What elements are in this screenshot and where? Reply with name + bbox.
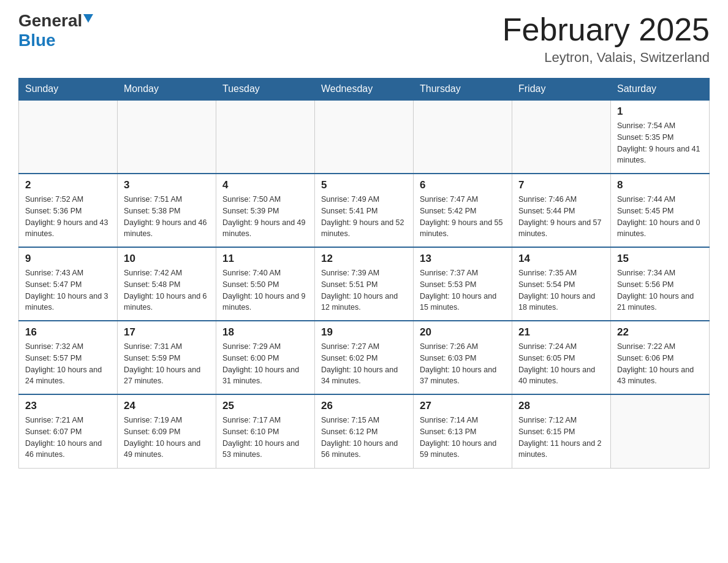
day-info: Sunrise: 7:46 AMSunset: 5:44 PMDaylight:… [518,194,604,240]
calendar-cell: 16Sunrise: 7:32 AMSunset: 5:57 PMDayligh… [19,321,118,394]
day-info: Sunrise: 7:15 AMSunset: 6:12 PMDaylight:… [321,415,407,461]
calendar-cell: 11Sunrise: 7:40 AMSunset: 5:50 PMDayligh… [216,247,315,321]
calendar-cell: 28Sunrise: 7:12 AMSunset: 6:15 PMDayligh… [512,394,611,468]
calendar-cell: 2Sunrise: 7:52 AMSunset: 5:36 PMDaylight… [19,174,118,247]
week-row-2: 2Sunrise: 7:52 AMSunset: 5:36 PMDaylight… [19,174,710,247]
weekday-header-thursday: Thursday [414,79,512,101]
logo-blue-text: Blue [18,31,56,50]
day-number: 18 [222,326,308,339]
calendar-cell: 25Sunrise: 7:17 AMSunset: 6:10 PMDayligh… [216,394,315,468]
page-header: General Blue February 2025 Leytron, Vala… [18,12,710,66]
day-number: 6 [420,179,506,191]
day-info: Sunrise: 7:32 AMSunset: 5:57 PMDaylight:… [25,341,111,387]
calendar-cell: 8Sunrise: 7:44 AMSunset: 5:45 PMDaylight… [611,174,710,247]
day-number: 27 [420,400,506,412]
day-number: 7 [518,179,604,191]
day-info: Sunrise: 7:54 AMSunset: 5:35 PMDaylight:… [617,120,703,166]
day-number: 15 [617,253,703,265]
day-info: Sunrise: 7:21 AMSunset: 6:07 PMDaylight:… [25,415,111,461]
day-info: Sunrise: 7:22 AMSunset: 6:06 PMDaylight:… [617,341,703,387]
week-row-4: 16Sunrise: 7:32 AMSunset: 5:57 PMDayligh… [19,321,710,394]
calendar-cell: 14Sunrise: 7:35 AMSunset: 5:54 PMDayligh… [512,247,611,321]
day-info: Sunrise: 7:37 AMSunset: 5:53 PMDaylight:… [420,267,506,313]
calendar-cell: 22Sunrise: 7:22 AMSunset: 6:06 PMDayligh… [611,321,710,394]
calendar-cell [414,100,512,174]
day-number: 14 [518,253,604,265]
calendar-cell: 21Sunrise: 7:24 AMSunset: 6:05 PMDayligh… [512,321,611,394]
day-info: Sunrise: 7:29 AMSunset: 6:00 PMDaylight:… [222,341,308,387]
calendar-cell: 5Sunrise: 7:49 AMSunset: 5:41 PMDaylight… [315,174,414,247]
day-number: 2 [25,179,111,191]
day-number: 22 [617,326,703,339]
day-number: 25 [222,400,308,412]
weekday-header-tuesday: Tuesday [216,79,315,101]
week-row-1: 1Sunrise: 7:54 AMSunset: 5:35 PMDaylight… [19,100,710,174]
calendar-cell: 13Sunrise: 7:37 AMSunset: 5:53 PMDayligh… [414,247,512,321]
day-number: 16 [25,326,111,339]
calendar-cell: 20Sunrise: 7:26 AMSunset: 6:03 PMDayligh… [414,321,512,394]
day-info: Sunrise: 7:19 AMSunset: 6:09 PMDaylight:… [124,415,210,461]
day-info: Sunrise: 7:17 AMSunset: 6:10 PMDaylight:… [222,415,308,461]
logo: General Blue [18,12,93,50]
day-number: 11 [222,253,308,265]
day-info: Sunrise: 7:39 AMSunset: 5:51 PMDaylight:… [321,267,407,313]
logo-general-text: General [18,12,82,29]
calendar-cell: 27Sunrise: 7:14 AMSunset: 6:13 PMDayligh… [414,394,512,468]
week-row-3: 9Sunrise: 7:43 AMSunset: 5:47 PMDaylight… [19,247,710,321]
day-info: Sunrise: 7:47 AMSunset: 5:42 PMDaylight:… [420,194,506,240]
calendar-cell: 7Sunrise: 7:46 AMSunset: 5:44 PMDaylight… [512,174,611,247]
calendar-cell [611,394,710,468]
logo-triangle-icon [83,14,93,23]
day-number: 1 [617,105,703,118]
day-number: 12 [321,253,407,265]
location-title: Leytron, Valais, Switzerland [502,50,710,66]
weekday-header-monday: Monday [118,79,216,101]
month-title: February 2025 [502,12,710,47]
day-info: Sunrise: 7:50 AMSunset: 5:39 PMDaylight:… [222,194,308,240]
calendar-cell: 6Sunrise: 7:47 AMSunset: 5:42 PMDaylight… [414,174,512,247]
title-block: February 2025 Leytron, Valais, Switzerla… [502,12,710,66]
day-info: Sunrise: 7:35 AMSunset: 5:54 PMDaylight:… [518,267,604,313]
weekday-header-row: SundayMondayTuesdayWednesdayThursdayFrid… [19,79,710,101]
day-info: Sunrise: 7:12 AMSunset: 6:15 PMDaylight:… [518,415,604,461]
day-info: Sunrise: 7:44 AMSunset: 5:45 PMDaylight:… [617,194,703,240]
day-info: Sunrise: 7:40 AMSunset: 5:50 PMDaylight:… [222,267,308,313]
weekday-header-wednesday: Wednesday [315,79,414,101]
day-number: 19 [321,326,407,339]
calendar-cell: 3Sunrise: 7:51 AMSunset: 5:38 PMDaylight… [118,174,216,247]
day-number: 10 [124,253,210,265]
day-info: Sunrise: 7:31 AMSunset: 5:59 PMDaylight:… [124,341,210,387]
day-number: 17 [124,326,210,339]
weekday-header-saturday: Saturday [611,79,710,101]
day-number: 9 [25,253,111,265]
day-info: Sunrise: 7:24 AMSunset: 6:05 PMDaylight:… [518,341,604,387]
day-number: 3 [124,179,210,191]
calendar-cell [19,100,118,174]
calendar-cell: 23Sunrise: 7:21 AMSunset: 6:07 PMDayligh… [19,394,118,468]
day-number: 21 [518,326,604,339]
calendar-cell: 18Sunrise: 7:29 AMSunset: 6:00 PMDayligh… [216,321,315,394]
day-number: 13 [420,253,506,265]
calendar-cell [315,100,414,174]
day-info: Sunrise: 7:52 AMSunset: 5:36 PMDaylight:… [25,194,111,240]
day-number: 28 [518,400,604,412]
calendar-cell [216,100,315,174]
calendar-cell: 12Sunrise: 7:39 AMSunset: 5:51 PMDayligh… [315,247,414,321]
weekday-header-friday: Friday [512,79,611,101]
day-number: 20 [420,326,506,339]
day-number: 5 [321,179,407,191]
day-number: 23 [25,400,111,412]
calendar-cell: 10Sunrise: 7:42 AMSunset: 5:48 PMDayligh… [118,247,216,321]
day-info: Sunrise: 7:51 AMSunset: 5:38 PMDaylight:… [124,194,210,240]
day-info: Sunrise: 7:26 AMSunset: 6:03 PMDaylight:… [420,341,506,387]
calendar-cell [118,100,216,174]
day-number: 8 [617,179,703,191]
calendar-cell: 9Sunrise: 7:43 AMSunset: 5:47 PMDaylight… [19,247,118,321]
day-info: Sunrise: 7:27 AMSunset: 6:02 PMDaylight:… [321,341,407,387]
calendar-cell: 24Sunrise: 7:19 AMSunset: 6:09 PMDayligh… [118,394,216,468]
calendar-cell: 19Sunrise: 7:27 AMSunset: 6:02 PMDayligh… [315,321,414,394]
calendar-cell: 26Sunrise: 7:15 AMSunset: 6:12 PMDayligh… [315,394,414,468]
day-info: Sunrise: 7:42 AMSunset: 5:48 PMDaylight:… [124,267,210,313]
calendar-cell [512,100,611,174]
day-info: Sunrise: 7:43 AMSunset: 5:47 PMDaylight:… [25,267,111,313]
